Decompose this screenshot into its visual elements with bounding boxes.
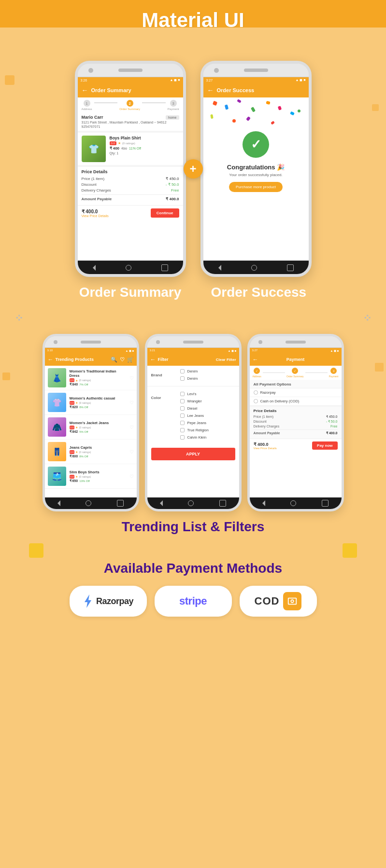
trending-appbar: ← Trending Products 🔍 ♡ 🛒: [45, 353, 137, 366]
phones-row-1: 3:26 ▲ ◼ ■ ← Order Summary 1 Address: [75, 61, 312, 277]
trending-phone: 3:10 ▲ ◼ ■ ← Trending Products 🔍 ♡ 🛒: [43, 334, 139, 511]
nav-home-4[interactable]: [188, 500, 194, 506]
nav-back-5[interactable]: [262, 500, 265, 506]
header-wave: [0, 28, 386, 47]
purchase-more-button[interactable]: Purchase more product: [229, 182, 283, 192]
back-arrow-2[interactable]: ←: [207, 86, 214, 94]
payment-price-section: Price Details Price (1 item) ₹ 450.0 Dis…: [250, 406, 342, 439]
phone-sm-speaker-2: [183, 341, 203, 344]
order-success-screen: 3:27 ▲ ◼ ■ ← Order Success: [203, 77, 309, 261]
nav-back-4[interactable]: [160, 500, 163, 506]
svg-marker-0: [85, 594, 91, 608]
filter-appbar: ← Filter Clear Filter: [147, 353, 239, 366]
wishlist-btn-3[interactable]: ♡: [129, 425, 134, 430]
price-details: Price Details Price (1 item) ₹ 450.0 Dis…: [78, 167, 183, 205]
filter-levis: Levi's: [176, 390, 239, 398]
order-steps: 1 Address 2 Order Summary 3 Payment: [78, 97, 183, 112]
phone-camera-2: [214, 68, 219, 73]
trend-item-1: 👗 Women's Traditional Indian Dress 0.0 ★…: [45, 366, 137, 390]
nav-recent-3[interactable]: [117, 500, 124, 507]
payment-option-cod: Cash on Delivery (COD): [250, 397, 342, 406]
nav-home-3[interactable]: [86, 500, 91, 506]
phone-sm-camera-3: [258, 340, 262, 344]
payment-methods-section: Available Payment Methods Razorpay strip…: [0, 553, 386, 631]
wishlist-btn-4[interactable]: ♡: [129, 449, 134, 455]
cod-card: COD: [240, 586, 317, 617]
phone-sm-top-2: [147, 336, 239, 348]
trending-back[interactable]: ←: [48, 356, 54, 363]
trend-img-4: 👖: [48, 442, 66, 461]
filter-pepe-jeans: Pepe Jeans: [176, 419, 239, 427]
filter-true-religion: True Religion: [176, 427, 239, 434]
nav-back-2[interactable]: [218, 265, 221, 271]
razorpay-text: Razorpay: [96, 596, 133, 606]
phone-speaker-2: [244, 69, 268, 72]
phone-bottom-2: [203, 261, 309, 274]
nav-recent-5[interactable]: [322, 500, 329, 507]
header: Material UI: [0, 0, 386, 46]
nav-recent[interactable]: [161, 264, 168, 271]
order-summary-screen: 3:26 ▲ ◼ ■ ← Order Summary 1 Address: [78, 77, 183, 261]
step-order-summary: 2 Order Summary: [119, 100, 140, 110]
back-arrow[interactable]: ←: [82, 86, 88, 94]
confetti-10: [246, 116, 251, 121]
nav-home[interactable]: [126, 265, 131, 271]
filter-brand-denim1: Denim: [176, 368, 239, 375]
phone-sm-top-3: [250, 336, 342, 348]
nav-recent-4[interactable]: [219, 500, 226, 507]
phone-top-2: [203, 64, 309, 77]
phones-row-2: 3:10 ▲ ◼ ■ ← Trending Products 🔍 ♡ 🛒: [5, 334, 381, 511]
filter-body: Brand Denim Denim: [147, 366, 239, 460]
plus-icon: +: [184, 159, 203, 179]
wishlist-btn-2[interactable]: ♡: [129, 400, 134, 405]
nav-back[interactable]: [93, 265, 96, 271]
filter-wrangler: Wrangler: [176, 398, 239, 405]
wishlist-btn-5[interactable]: ♡: [129, 474, 134, 479]
cart-icon[interactable]: 🛒: [127, 357, 134, 363]
phone-speaker-1: [118, 69, 143, 72]
address-section: Mario Carr home 3121 Park Street , Maunt…: [78, 112, 183, 133]
apply-filter-button[interactable]: APPLY: [151, 448, 235, 460]
confetti-2: [224, 104, 228, 110]
order-summary-phone: 3:26 ▲ ◼ ■ ← Order Summary 1 Address: [75, 61, 186, 277]
nav-home-2[interactable]: [251, 265, 257, 271]
phone-camera-1: [88, 68, 93, 73]
deco-1: [5, 75, 14, 85]
step-payment: 3 Payment: [168, 100, 179, 110]
phone-sm-bottom-2: [147, 497, 239, 509]
section-order-summary-success: 3:26 ▲ ◼ ■ ← Order Summary 1 Address: [0, 46, 386, 310]
phone-sm-speaker-3: [286, 341, 306, 344]
nav-back-3[interactable]: [57, 500, 60, 506]
filter-back[interactable]: ←: [150, 356, 156, 363]
razorpay-icon: [83, 594, 93, 608]
nav-home-5[interactable]: [290, 500, 296, 506]
search-icon[interactable]: 🔍: [111, 357, 117, 363]
confetti-4: [250, 107, 255, 112]
nav-recent-2[interactable]: [287, 264, 294, 271]
continue-button[interactable]: Continue: [151, 208, 179, 218]
pay-now-button[interactable]: Pay now: [312, 441, 337, 450]
step-address: 1 Address: [82, 100, 92, 110]
payment-back[interactable]: ←: [253, 356, 258, 363]
appbar-order-success: ← Order Success: [203, 83, 309, 97]
phone-sm-top-1: [45, 336, 137, 348]
heart-icon[interactable]: ♡: [120, 357, 125, 363]
trend-item-3: 🧥 Women's Jacket Jeans 0.0 ★ (0 ratings)…: [45, 415, 137, 440]
confetti-12: [298, 110, 300, 112]
payment-steps: ✓ Address ✓ Order Summary 3 Payment: [250, 366, 342, 380]
filter-brand-denim2: Denim: [176, 375, 239, 382]
wishlist-btn-1[interactable]: ♡: [129, 375, 134, 381]
clear-filter-button[interactable]: Clear Filter: [216, 358, 236, 362]
order-success-label: Order Success: [210, 285, 307, 300]
section-trending-filter-payment: 3:10 ▲ ◼ ■ ← Trending Products 🔍 ♡ 🛒: [0, 324, 386, 543]
order-summary-bottom: ₹ 400.0 View Price Details Continue: [78, 205, 183, 220]
confetti-1: [212, 101, 217, 106]
trend-img-1: 👗: [48, 368, 66, 387]
order-summary-label: Order Summary: [79, 285, 182, 300]
razorpay-card: Razorpay: [70, 586, 147, 617]
trend-img-3: 🧥: [48, 417, 66, 437]
trend-img-2: 👚: [48, 393, 66, 412]
confetti-11: [271, 121, 275, 124]
status-bar-1: 3:26 ▲ ◼ ■: [78, 77, 183, 83]
status-bar-2: 3:27 ▲ ◼ ■: [203, 77, 309, 83]
